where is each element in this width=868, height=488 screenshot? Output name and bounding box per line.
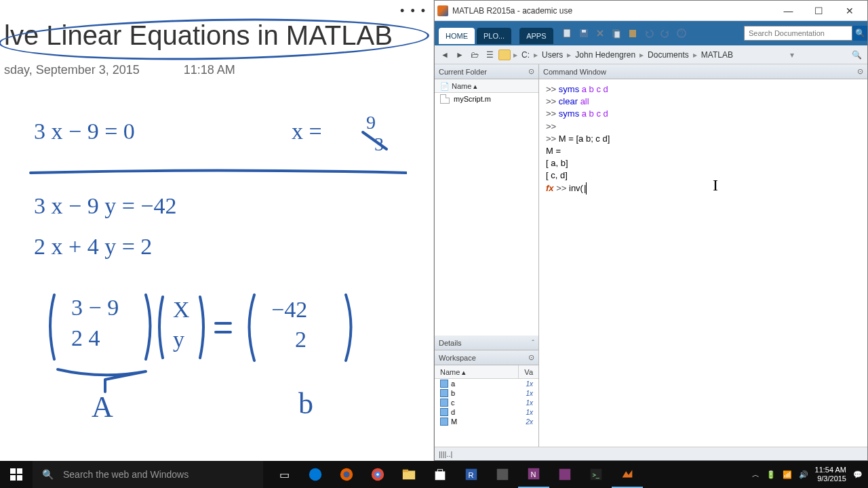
windows-logo-icon xyxy=(10,468,22,481)
matlab-taskbar-icon[interactable] xyxy=(612,461,643,488)
workspace-list[interactable]: a1x b1x c1x d1x M2x xyxy=(435,379,538,447)
command-window-header[interactable]: Command Window ⊙ xyxy=(539,64,867,79)
current-folder-list[interactable]: myScript.m xyxy=(435,93,538,336)
paste-icon[interactable] xyxy=(627,28,638,39)
cut-icon[interactable] xyxy=(595,28,606,39)
taskbar-search[interactable]: 🔍 Search the web and Windows xyxy=(33,461,263,488)
name-column-header[interactable]: 📄 Name ▴ xyxy=(435,79,538,93)
svg-text:3 x − 9 y = −42: 3 x − 9 y = −42 xyxy=(34,193,177,218)
tab-plots[interactable]: PLO... xyxy=(477,28,511,44)
search-input[interactable] xyxy=(744,26,852,41)
svg-text:3: 3 xyxy=(374,134,384,155)
breadcrumb[interactable]: MATLAB xyxy=(700,50,734,60)
svg-point-24 xyxy=(343,471,349,477)
help-icon[interactable]: ? xyxy=(676,28,687,39)
maximize-button[interactable]: ☐ xyxy=(804,1,834,20)
ws-row[interactable]: a1x xyxy=(435,379,538,388)
titlebar[interactable]: MATLAB R2015a - academic use — ☐ ✕ xyxy=(435,1,867,21)
collapse-icon[interactable]: ⊙ xyxy=(528,353,534,362)
file-row[interactable]: myScript.m xyxy=(435,93,538,105)
ws-name-header[interactable]: Name ▴ xyxy=(435,365,519,378)
svg-text:3 x − 9 = 0: 3 x − 9 = 0 xyxy=(34,119,135,144)
expand-icon[interactable]: ˆ xyxy=(532,339,534,347)
volume-icon[interactable]: 🔊 xyxy=(799,470,808,479)
ws-row[interactable]: b1x xyxy=(435,388,538,398)
svg-text:x  =: x = xyxy=(292,119,322,144)
search-icon: 🔍 xyxy=(42,469,54,480)
svg-rect-34 xyxy=(497,469,509,481)
notifications-icon[interactable]: 💬 xyxy=(853,470,863,479)
wifi-icon[interactable]: 📶 xyxy=(783,470,792,479)
svg-text:?: ? xyxy=(679,30,684,37)
collapse-icon[interactable]: ⊙ xyxy=(528,67,534,76)
forward-button[interactable]: ► xyxy=(454,49,466,61)
command-window[interactable]: >> syms a b c d >> clear all >> syms a b… xyxy=(539,79,867,447)
close-button[interactable]: ✕ xyxy=(834,1,865,20)
app-icon[interactable] xyxy=(487,461,518,488)
text-cursor-icon: I xyxy=(713,174,718,197)
breadcrumb[interactable]: John Hedengren xyxy=(574,50,637,60)
more-menu[interactable]: • • • xyxy=(400,4,427,18)
current-folder-header[interactable]: Current Folder ⊙ xyxy=(435,64,538,79)
undo-icon[interactable] xyxy=(644,28,654,39)
back-button[interactable]: ◄ xyxy=(439,49,451,61)
details-label: Details xyxy=(439,339,462,347)
onenote2-icon[interactable] xyxy=(549,461,580,488)
onenote-icon[interactable]: N xyxy=(518,461,549,488)
workspace-header[interactable]: Workspace ⊙ xyxy=(435,350,538,365)
variable-icon xyxy=(440,389,448,397)
browse-button[interactable]: ☰ xyxy=(484,49,496,61)
battery-icon[interactable]: 🔋 xyxy=(766,470,776,479)
svg-text:X: X xyxy=(173,297,190,322)
variable-icon xyxy=(440,399,448,407)
svg-text:3  − 9: 3 − 9 xyxy=(71,295,119,320)
explorer-icon[interactable] xyxy=(393,461,425,488)
cmd-icon[interactable]: >_ xyxy=(580,461,612,488)
edge-icon[interactable] xyxy=(300,461,331,488)
folder-icon xyxy=(498,49,511,60)
svg-text:b: b xyxy=(298,387,313,420)
svg-rect-19 xyxy=(629,30,636,37)
breadcrumb[interactable]: C: xyxy=(520,50,531,60)
svg-text:y: y xyxy=(173,327,184,352)
window-title: MATLAB R2015a - academic use xyxy=(452,6,773,16)
copy-icon[interactable] xyxy=(611,28,622,39)
firefox-icon[interactable] xyxy=(331,461,362,488)
windows-taskbar: 🔍 Search the web and Windows ▭ R N >_ ︿ … xyxy=(0,461,868,488)
new-script-icon[interactable] xyxy=(562,28,573,39)
task-view-button[interactable]: ▭ xyxy=(269,461,300,488)
store-icon[interactable] xyxy=(425,461,456,488)
collapse-icon[interactable]: ⊙ xyxy=(857,67,863,76)
fx-icon[interactable]: fx xyxy=(546,183,554,193)
ws-value-header[interactable]: Va xyxy=(519,365,538,378)
tab-home[interactable]: HOME xyxy=(439,28,475,44)
save-icon[interactable] xyxy=(578,28,589,39)
svg-text:A: A xyxy=(92,390,113,424)
system-tray[interactable]: ︿ 🔋 📶 🔊 11:54 AM 9/3/2015 💬 xyxy=(747,461,868,488)
start-button[interactable] xyxy=(0,461,33,488)
address-bar: ◄ ► 🗁 ☰ ▸ C:▸ Users▸ John Hedengren▸ Doc… xyxy=(435,45,867,64)
mfile-icon xyxy=(440,94,450,104)
svg-text:N: N xyxy=(530,470,536,479)
ws-row[interactable]: c1x xyxy=(435,398,538,407)
tab-apps[interactable]: APPS xyxy=(519,28,553,44)
details-header[interactable]: Details ˆ xyxy=(435,336,538,350)
search-button[interactable]: 🔍 xyxy=(852,26,867,41)
tray-chevron-icon[interactable]: ︿ xyxy=(752,470,760,480)
path-search-icon[interactable]: 🔍 xyxy=(850,50,863,60)
minimize-button[interactable]: — xyxy=(773,1,804,20)
chrome-icon[interactable] xyxy=(362,461,393,488)
revit-icon[interactable]: R xyxy=(456,461,487,488)
variable-icon xyxy=(440,408,448,416)
svg-text:9: 9 xyxy=(366,112,376,133)
ws-row[interactable]: d1x xyxy=(435,407,538,417)
svg-point-22 xyxy=(309,468,321,481)
breadcrumb[interactable]: Documents xyxy=(646,50,690,60)
redo-icon[interactable] xyxy=(660,28,671,39)
breadcrumb[interactable]: Users xyxy=(540,50,564,60)
clock[interactable]: 11:54 AM 9/3/2015 xyxy=(815,466,846,483)
up-button[interactable]: 🗁 xyxy=(469,49,481,61)
ws-row[interactable]: M2x xyxy=(435,417,538,426)
svg-text:−42: −42 xyxy=(271,297,307,322)
status-bar: ||||..| xyxy=(435,447,867,460)
